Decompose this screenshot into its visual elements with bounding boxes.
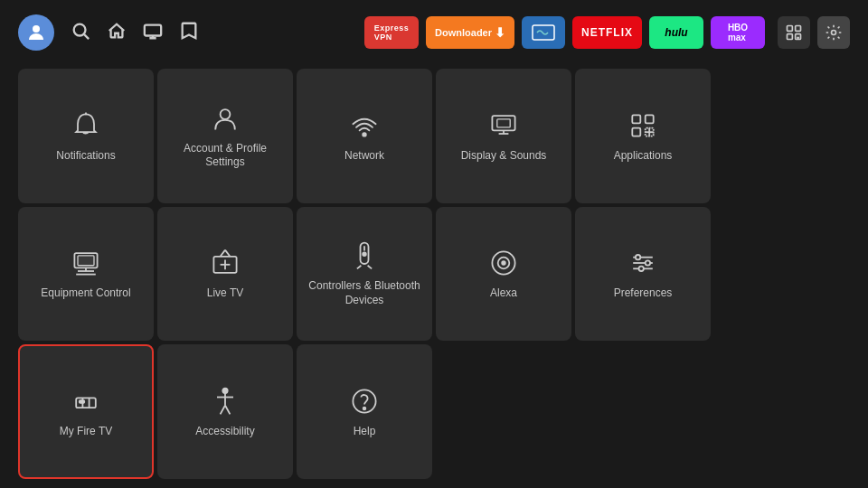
empty-mid-right [714,207,850,342]
svg-rect-19 [632,115,640,123]
topbar-icons [778,16,850,49]
controllers-label: Controllers & Bluetooth Devices [306,279,423,307]
svg-point-14 [363,133,366,136]
alexa-tile[interactable]: Alexa [436,207,571,342]
myfiretv-label: My Fire TV [60,425,112,439]
svg-point-13 [221,109,231,119]
hbomax-btn[interactable]: HBOmax [711,16,765,49]
avatar[interactable] [18,14,54,51]
bookmark-icon[interactable] [179,21,199,45]
search-icon[interactable] [71,21,90,45]
accessibility-label: Accessibility [195,425,254,439]
svg-point-48 [639,267,644,271]
svg-line-31 [225,250,230,257]
svg-point-59 [363,408,366,410]
svg-rect-18 [497,118,510,127]
esign-btn[interactable] [522,16,565,49]
notifications-tile[interactable]: Notifications [18,69,154,203]
topbar-apps: ExpressVPN Downloader ⬇ NETFLIX hulu HBO… [364,16,850,49]
applications-tile[interactable]: Applications [575,69,711,203]
empty-bot-2 [575,344,711,479]
livetv-tile[interactable]: Live TV [157,207,293,342]
accessibility-tile[interactable]: Accessibility [157,344,293,479]
svg-rect-4 [533,25,554,40]
grid-add-btn[interactable] [778,16,810,49]
svg-point-46 [636,255,640,259]
svg-point-0 [33,25,40,33]
expressvpn-btn[interactable]: ExpressVPN [364,16,419,49]
hulu-btn[interactable]: hulu [649,16,703,49]
svg-line-57 [225,405,230,414]
svg-rect-52 [80,400,84,403]
network-tile[interactable]: Network [297,69,432,203]
settings-grid: Notifications Account & Profile Settings… [0,65,868,488]
account-tile[interactable]: Account & Profile Settings [157,69,293,203]
svg-point-53 [222,388,227,392]
preferences-tile[interactable]: Preferences [575,207,711,342]
svg-rect-21 [632,127,640,136]
svg-line-56 [221,405,225,414]
alexa-label: Alexa [490,286,517,301]
help-tile[interactable]: Help [297,344,432,479]
help-label: Help [354,425,376,439]
svg-rect-3 [145,24,161,35]
svg-rect-20 [646,115,654,123]
svg-line-2 [84,34,89,39]
svg-point-42 [502,261,505,265]
network-label: Network [344,149,384,164]
svg-rect-6 [796,26,801,32]
svg-rect-7 [788,34,793,40]
account-label: Account & Profile Settings [166,142,284,170]
settings-btn[interactable] [817,16,850,49]
equipment-tile[interactable]: Equipment Control [18,207,154,342]
livetv-label: Live TV [207,286,243,301]
svg-point-11 [832,31,836,35]
myfiretv-tile[interactable]: My Fire TV [18,344,154,479]
svg-rect-29 [78,256,94,266]
netflix-btn[interactable]: NETFLIX [572,16,642,49]
empty-bot-3 [714,344,850,479]
svg-rect-15 [492,116,514,130]
svg-rect-5 [788,26,793,32]
notifications-label: Notifications [56,149,115,164]
svg-line-38 [357,266,362,269]
svg-line-30 [221,250,225,257]
svg-point-47 [646,260,650,265]
empty-top-right [714,69,850,203]
topbar: ExpressVPN Downloader ⬇ NETFLIX hulu HBO… [0,0,868,65]
tv-nav-icon[interactable] [143,21,163,45]
preferences-label: Preferences [614,286,673,301]
applications-label: Applications [614,149,673,164]
display-label: Display & Sounds [461,149,547,164]
empty-bot-1 [436,344,571,479]
svg-point-37 [363,253,366,257]
svg-line-39 [368,266,373,269]
topbar-left [18,14,199,51]
svg-point-1 [74,23,86,35]
controllers-tile[interactable]: Controllers & Bluetooth Devices [297,207,432,342]
downloader-btn[interactable]: Downloader ⬇ [426,16,514,49]
display-tile[interactable]: Display & Sounds [436,69,571,203]
home-icon[interactable] [107,21,127,45]
equipment-label: Equipment Control [41,286,130,301]
